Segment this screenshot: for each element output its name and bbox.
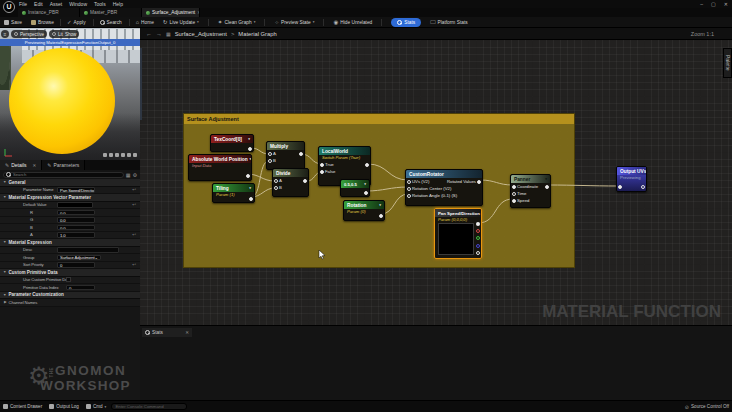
output-pin[interactable]	[364, 191, 368, 195]
apply-button[interactable]: ✓Apply	[67, 20, 86, 25]
input-pin[interactable]	[268, 152, 272, 156]
menu-window[interactable]: Window	[69, 1, 87, 7]
a-output-pin[interactable]	[476, 251, 480, 255]
preview-viewport[interactable]: Previewing MaterialExpressionFunctionOut…	[0, 28, 140, 160]
input-pin[interactable]	[618, 185, 622, 189]
input-pin[interactable]	[407, 194, 411, 198]
section-general[interactable]: ▼General	[0, 179, 140, 187]
parameter-name-input[interactable]: Pan Speed/Direction	[57, 187, 95, 193]
use-custom-primitive-checkbox[interactable]	[66, 277, 71, 282]
section-custom-primitive-data[interactable]: ▼Custom Primitive Data	[0, 269, 140, 277]
close-button[interactable]: ✕	[724, 1, 728, 7]
breadcrumb-graph[interactable]: Material Graph	[238, 31, 276, 37]
node-tiling-param[interactable]: Tiling▾ Param (1)	[212, 183, 255, 203]
tab-master-pbr[interactable]: Master_PBR	[80, 8, 142, 17]
vector-color-swatch[interactable]	[438, 223, 474, 255]
row-channel-names[interactable]: ▶Channel Names	[0, 299, 140, 307]
maximize-button[interactable]: ▢	[711, 1, 716, 7]
input-pin[interactable]	[268, 159, 272, 163]
output-pin[interactable]	[249, 197, 253, 201]
preview-pin[interactable]	[641, 185, 645, 189]
output-pin[interactable]	[545, 185, 549, 189]
output-log-button[interactable]: Output Log	[49, 404, 79, 409]
channel-a-input[interactable]: 1.0	[57, 232, 95, 238]
channel-g-input[interactable]: 0.0	[57, 217, 95, 223]
clean-graph-button[interactable]: ✦Clean Graph▾	[218, 20, 256, 25]
menu-asset[interactable]: Asset	[50, 1, 63, 7]
close-icon[interactable]: ✕	[33, 163, 37, 168]
b-output-pin[interactable]	[476, 244, 480, 248]
reset-icon[interactable]: ↩	[132, 232, 136, 237]
output-pin[interactable]	[248, 147, 252, 151]
node-multiply[interactable]: Multiply A B	[266, 141, 305, 170]
node-constant2-vector[interactable]: 0.5,0.5▾	[340, 179, 370, 197]
node-divide[interactable]: Divide A B	[272, 168, 309, 197]
node-texcoord[interactable]: TexCoord[0]▾	[210, 134, 254, 152]
minimize-button[interactable]: –	[700, 1, 703, 7]
g-output-pin[interactable]	[476, 236, 480, 240]
output-pin[interactable]	[379, 214, 383, 218]
viewport-corner-icons[interactable]	[103, 153, 137, 157]
console-command-input[interactable]: Enter Console Command	[111, 403, 187, 410]
tab-details[interactable]: ✎Details✕	[0, 160, 42, 170]
browse-button[interactable]: Browse	[31, 20, 54, 25]
output-pin[interactable]	[299, 152, 303, 156]
cmd-dropdown[interactable]: Cmd▾	[86, 404, 106, 409]
filter-icon[interactable]: ▦	[126, 172, 131, 178]
channel-b-input[interactable]: 0.0	[57, 225, 95, 231]
output-pin[interactable]	[477, 180, 481, 184]
source-control-button[interactable]: ⊘Source Control Off	[685, 404, 729, 410]
stats-button[interactable]: Stats	[391, 18, 421, 27]
desc-input[interactable]	[57, 247, 119, 253]
output-pin[interactable]	[365, 163, 369, 167]
node-custom-rotator[interactable]: CustomRotator UVs (V2)Rotated Values Rot…	[405, 169, 483, 206]
menu-tools[interactable]: Tools	[94, 1, 106, 7]
menu-edit[interactable]: Edit	[34, 1, 43, 7]
channel-r-input[interactable]: 0.0	[57, 210, 95, 216]
platform-stats-button[interactable]: 🖵Platform Stats	[430, 20, 467, 25]
output-pin[interactable]	[303, 179, 307, 183]
palette-tab[interactable]: Palette	[723, 48, 732, 78]
input-pin[interactable]	[512, 192, 516, 196]
section-vector-parameter[interactable]: ▼Material Expression Vector Parameter	[0, 194, 140, 202]
tab-surface-adjustment[interactable]: Surface_Adjustment ✕	[142, 8, 200, 17]
graph-canvas[interactable]: Surface Adjustment	[140, 40, 732, 325]
input-pin[interactable]	[320, 170, 324, 174]
section-material-expression[interactable]: ▼Material Expression	[0, 239, 140, 247]
perspective-button[interactable]: Perspective	[11, 30, 47, 38]
input-pin[interactable]	[407, 180, 411, 184]
preview-state-button[interactable]: ⁘Preview State▾	[274, 20, 314, 25]
search-button[interactable]: Search	[100, 20, 122, 25]
live-update-button[interactable]: ↻Live Update▾	[163, 20, 199, 25]
forward-arrow-icon[interactable]: →	[156, 31, 162, 37]
hide-unrelated-button[interactable]: ◉Hide Unrelated	[333, 20, 372, 25]
output-pin[interactable]	[246, 174, 250, 178]
rgb-output-pin[interactable]	[476, 222, 480, 226]
menu-help[interactable]: Help	[113, 1, 123, 7]
home-button[interactable]: ⌂Home	[136, 20, 154, 25]
input-pin[interactable]	[274, 179, 278, 183]
save-button[interactable]: Save	[4, 20, 22, 25]
node-output-uvs[interactable]: Output UVs▾ Previewing	[616, 166, 647, 192]
primitive-data-index-input[interactable]: 0	[66, 285, 95, 291]
lit-show-buttons[interactable]: LitShow	[49, 30, 79, 38]
breadcrumb-asset[interactable]: Surface_Adjustment	[175, 31, 227, 37]
sort-priority-input[interactable]: 0	[57, 262, 95, 268]
scrollbar[interactable]	[140, 48, 142, 120]
node-pan-speed-direction-param[interactable]: Pan Speed/Direction▴ Param (0,0,0,0)	[434, 208, 482, 259]
input-pin[interactable]	[512, 185, 516, 189]
color-swatch[interactable]	[57, 202, 93, 208]
back-arrow-icon[interactable]: ←	[146, 31, 152, 37]
gear-icon[interactable]: ⚙	[133, 172, 137, 178]
tab-parameters[interactable]: ✎Parameters	[42, 160, 85, 170]
content-drawer-button[interactable]: Content Drawer	[3, 404, 42, 409]
input-pin[interactable]	[274, 186, 278, 190]
section-parameter-customization[interactable]: ▼Parameter Customization	[0, 292, 140, 300]
reset-icon[interactable]: ↩	[132, 187, 136, 192]
node-panner[interactable]: Panner▾ Coordinate Time Speed	[510, 174, 551, 208]
group-dropdown[interactable]: Surface Adjustment⌄	[57, 255, 101, 261]
stats-tab[interactable]: Stats ✕	[142, 328, 192, 337]
r-output-pin[interactable]	[476, 229, 480, 233]
node-absolute-world-position[interactable]: Absolute World Position▾ Input Data	[188, 154, 252, 181]
input-pin[interactable]	[512, 199, 516, 203]
